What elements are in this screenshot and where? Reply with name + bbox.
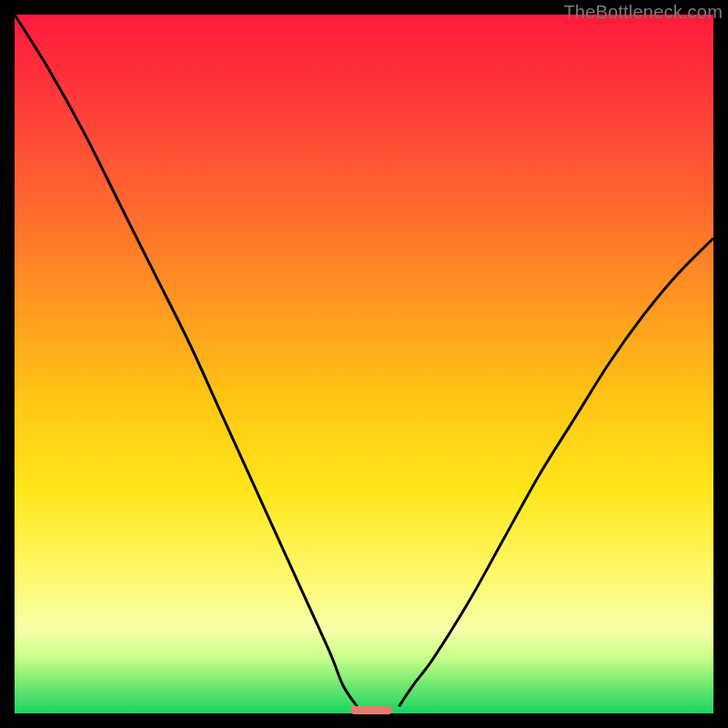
right-curve-path (399, 238, 713, 707)
chart-frame: TheBottleneck.com (0, 0, 728, 728)
optimal-marker (350, 706, 392, 714)
left-curve-path (15, 15, 357, 706)
bottleneck-curve (15, 15, 713, 713)
plot-area (15, 15, 713, 713)
watermark-text: TheBottleneck.com (563, 2, 723, 23)
